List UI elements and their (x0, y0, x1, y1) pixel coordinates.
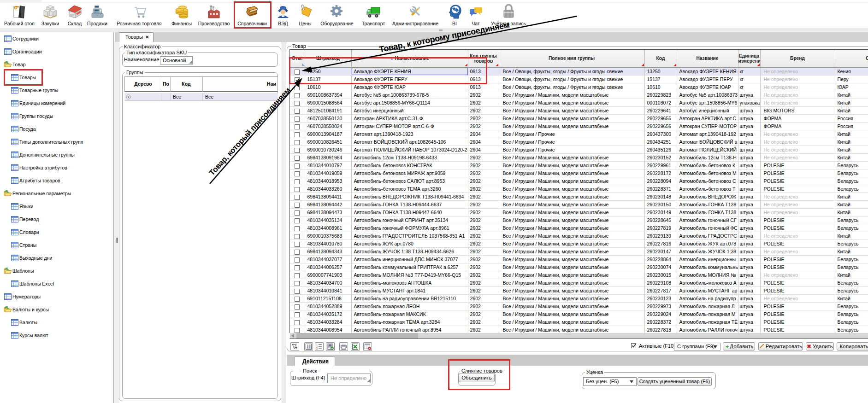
svg-text:3: 3 (316, 347, 318, 350)
